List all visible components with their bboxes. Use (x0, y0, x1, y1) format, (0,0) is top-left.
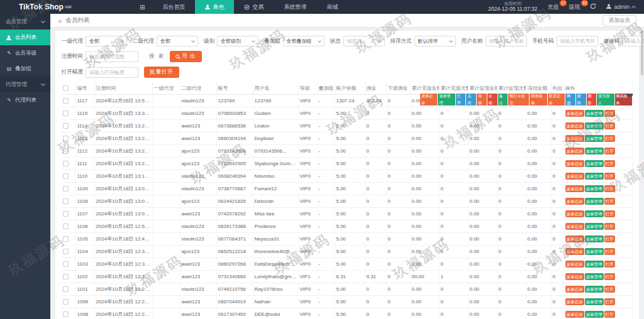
action-button[interactable]: 派单管理 (585, 110, 604, 117)
row-checkbox[interactable] (63, 148, 69, 154)
action-button[interactable]: 打开 (604, 273, 615, 280)
row-checkbox[interactable] (63, 311, 69, 317)
more-actions-link[interactable]: … (627, 261, 633, 268)
nav-item-trade[interactable]: 交易 (234, 0, 274, 14)
user-menu[interactable]: admin (606, 4, 635, 10)
more-actions-link[interactable]: … (627, 210, 633, 217)
select-all-checkbox[interactable] (63, 85, 69, 91)
action-button[interactable]: 派单管理 (585, 198, 604, 205)
refresh-icon[interactable] (590, 3, 596, 11)
more-actions-link[interactable]: … (627, 198, 633, 205)
action-button[interactable]: 派单记录 (565, 148, 584, 154)
more-actions-link[interactable]: … (627, 248, 633, 255)
action-button[interactable]: 派单管理 (585, 261, 604, 268)
action-button[interactable]: 派单管理 (585, 298, 604, 305)
apps-grid-icon[interactable]: ⊞ (132, 0, 152, 14)
action-button[interactable]: 派单管理 (585, 286, 604, 293)
action-button[interactable]: 派单记录 (420, 94, 437, 105)
action-button[interactable]: 派单管理 (438, 94, 455, 105)
action-button[interactable]: 派单管理 (585, 148, 604, 154)
action-button[interactable]: 派单管理 (585, 223, 604, 230)
action-button[interactable]: 打开 (604, 223, 615, 230)
breadcrumb-back-icon[interactable]: « (58, 17, 62, 24)
more-actions-link[interactable]: … (627, 185, 633, 192)
nav-item-system[interactable]: 系统管理 (274, 0, 316, 14)
row-checkbox[interactable] (63, 224, 69, 229)
action-button[interactable]: 派单管理 (585, 273, 604, 280)
more-actions-link[interactable]: … (627, 235, 633, 242)
sidebar-item-overlay-group[interactable]: ▤ 叠加组 (0, 61, 50, 77)
action-button[interactable]: 打开 (604, 185, 615, 192)
action-button[interactable]: 派单记录 (565, 273, 584, 280)
sidebar-group-member-mgmt[interactable]: 会员管理 (0, 14, 50, 30)
action-button[interactable]: 删除 (587, 94, 597, 105)
filter-select[interactable]: 全部级别 (217, 36, 258, 46)
action-button[interactable]: 设为假人 (597, 94, 614, 105)
row-checkbox[interactable] (63, 198, 69, 204)
open-range-input[interactable] (86, 67, 138, 78)
action-button[interactable]: 打开 (604, 110, 615, 117)
action-button[interactable]: 派单记录 (565, 248, 584, 255)
action-button[interactable]: 打开 (604, 311, 615, 318)
row-checkbox[interactable] (63, 299, 69, 305)
export-button[interactable]: 导 出 (170, 51, 201, 62)
nav-item-dashboard[interactable]: 后台首页 (152, 0, 195, 14)
sidebar-item-member-level[interactable]: ✎ 会员等级 (0, 45, 50, 61)
filter-select[interactable]: 请选择 (343, 36, 385, 46)
action-button[interactable]: 打开 (604, 198, 615, 205)
vertical-scrollbar[interactable] (641, 30, 643, 75)
action-button[interactable]: 派单管理 (585, 122, 604, 129)
action-button[interactable]: 派单记录 (565, 122, 584, 129)
more-actions-link[interactable]: … (627, 135, 633, 142)
action-button[interactable]: 派单记录 (565, 261, 584, 268)
action-button[interactable]: 派单管理 (585, 160, 604, 167)
filter-input[interactable] (486, 36, 527, 46)
action-button[interactable]: 派单记录 (565, 311, 584, 318)
action-button[interactable]: 派单管理 (585, 210, 604, 217)
action-button[interactable]: 派单管理 (585, 248, 604, 255)
more-actions-link[interactable]: … (627, 160, 633, 167)
action-button[interactable]: 打开 (604, 160, 615, 167)
nav-item-roles[interactable]: 角色 (195, 0, 234, 14)
row-checkbox[interactable] (63, 274, 69, 279)
action-button[interactable]: 派单记录 (565, 223, 584, 230)
row-checkbox[interactable] (63, 111, 69, 116)
more-actions-link[interactable]: … (627, 110, 633, 117)
action-button[interactable]: 关闭 (466, 94, 476, 105)
more-actions-link[interactable]: … (627, 223, 633, 230)
row-checkbox[interactable] (63, 98, 69, 104)
action-button[interactable]: 打开 (604, 298, 615, 305)
sidebar-group-agent-mgmt[interactable]: 代理管理 (0, 77, 50, 92)
action-button[interactable]: 派单管理 (585, 173, 604, 180)
row-checkbox[interactable] (63, 236, 69, 242)
action-button[interactable]: 派单记录 (565, 210, 584, 217)
action-button[interactable]: 派单记录 (565, 286, 584, 293)
action-button[interactable]: 银行卡信息 (508, 94, 529, 105)
action-button[interactable]: 派单记录 (565, 135, 584, 142)
action-button[interactable]: 打开 (604, 135, 615, 142)
row-checkbox[interactable] (63, 123, 69, 129)
filter-input[interactable] (557, 36, 598, 46)
row-checkbox[interactable] (63, 249, 69, 254)
more-actions-link[interactable]: … (627, 286, 633, 293)
row-checkbox[interactable] (63, 161, 69, 166)
filter-select[interactable]: 全部 (157, 36, 198, 46)
sidebar-item-member-list[interactable]: 会员列表 (0, 30, 50, 45)
action-button[interactable]: 打开 (604, 148, 615, 154)
sidebar-item-agent-list[interactable]: ✎ 代理列表 (0, 92, 50, 108)
action-button[interactable]: 派单记录 (565, 110, 584, 117)
action-button[interactable]: 打开 (604, 286, 615, 293)
more-actions-link[interactable]: … (627, 148, 633, 154)
action-button[interactable]: 备注 (498, 94, 508, 105)
action-button[interactable]: 派单记录 (565, 185, 584, 192)
nav-item-mall[interactable]: 商城 (316, 0, 348, 14)
action-button[interactable]: 打开 (604, 235, 615, 242)
action-button[interactable]: 打开 (604, 122, 615, 129)
row-checkbox[interactable] (63, 261, 69, 267)
action-button[interactable]: 打开 (604, 173, 615, 180)
action-button[interactable]: 余额 (487, 94, 497, 105)
action-button[interactable]: 派单记录 (565, 198, 584, 205)
row-checkbox[interactable] (63, 186, 69, 192)
action-button[interactable]: 打开 (456, 94, 466, 105)
action-button[interactable]: 派单记录 (565, 298, 584, 305)
